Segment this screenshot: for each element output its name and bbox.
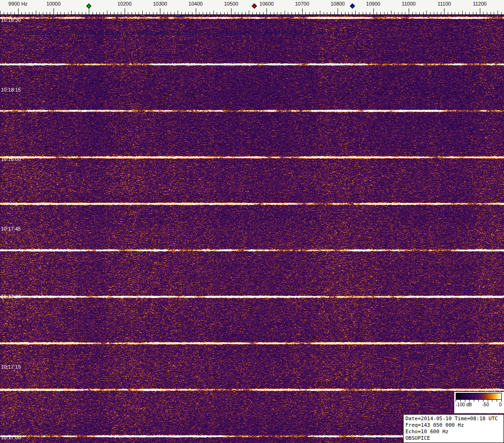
- ruler-tick: [497, 11, 498, 14]
- ruler-tick: [14, 12, 15, 14]
- ruler-tick: [242, 12, 242, 14]
- ruler-tick: [473, 12, 473, 14]
- ruler-tick: [43, 12, 43, 14]
- ruler-tick: [245, 12, 246, 14]
- ruler-tick: [476, 12, 477, 14]
- ruler-tick: [277, 12, 278, 14]
- ruler-tick: [160, 8, 160, 14]
- colorbar-gradient: [456, 393, 502, 400]
- ruler-freq-label: 10700: [295, 1, 310, 7]
- ruler-tick: [462, 11, 463, 14]
- ruler-tick: [387, 12, 388, 14]
- ruler-tick: [426, 11, 427, 14]
- ruler-tick: [327, 12, 327, 14]
- ruler-tick: [235, 12, 235, 14]
- ruler-tick: [46, 12, 47, 14]
- red-marker-diamond-icon[interactable]: [252, 3, 257, 8]
- ruler-tick: [451, 12, 452, 14]
- ruler-tick: [60, 12, 61, 14]
- ruler-tick: [384, 12, 385, 14]
- ruler-tick: [416, 12, 416, 14]
- ruler-tick: [448, 12, 448, 14]
- ruler-tick: [18, 8, 19, 14]
- detection-annotation-offset: ^t+24: [22, 41, 324, 47]
- ruler-tick: [96, 12, 97, 14]
- ruler-tick: [288, 12, 288, 14]
- ruler-tick: [21, 12, 22, 14]
- spectrogram-canvas[interactable]: [0, 15, 504, 443]
- ruler-tick: [430, 12, 431, 14]
- ruler-tick: [402, 12, 402, 14]
- ruler-tick: [135, 12, 136, 14]
- ruler-freq-label: 10900: [366, 1, 380, 7]
- info-box: Date=2014-05-10 Time=08:18 UTC Freq=143 …: [403, 414, 504, 443]
- ruler-tick: [324, 12, 324, 14]
- blue-marker-diamond-icon[interactable]: [350, 3, 355, 8]
- ruler-tick: [249, 11, 249, 14]
- ruler-tick: [266, 8, 267, 14]
- ruler-tick: [217, 12, 217, 14]
- ruler-tick: [82, 12, 82, 14]
- ruler-tick: [331, 12, 331, 14]
- time-label: 10:17:45: [1, 226, 21, 231]
- ruler-tick: [57, 12, 58, 14]
- ruler-tick: [64, 12, 65, 14]
- ruler-tick: [359, 12, 359, 14]
- ruler-freq-label: 11200: [473, 1, 487, 7]
- ruler-tick: [380, 12, 381, 14]
- info-line-date: Date=2014-05-10 Time=08:18 UTC: [405, 416, 502, 422]
- ruler-tick: [157, 12, 157, 14]
- ruler-tick: [295, 12, 296, 14]
- ruler-tick: [345, 12, 345, 14]
- ruler-tick: [199, 12, 199, 14]
- time-label: 10:18:00: [1, 156, 21, 162]
- ruler-freq-label: 10300: [153, 1, 167, 7]
- ruler-tick: [316, 12, 317, 14]
- ruler-tick: [487, 12, 487, 14]
- green-marker-diamond-icon[interactable]: [86, 3, 92, 8]
- ruler-tick: [501, 12, 502, 14]
- ruler-tick: [270, 12, 271, 14]
- ruler-tick: [338, 8, 338, 14]
- ruler-tick: [103, 12, 104, 14]
- ruler-freq-label: 10600: [259, 1, 274, 7]
- ruler-tick: [444, 8, 444, 14]
- colorbar-legend: -100 dB -50 0: [454, 392, 504, 413]
- ruler-tick: [114, 12, 114, 14]
- ruler-tick: [398, 12, 398, 14]
- ruler-tick: [71, 11, 72, 14]
- colorbar-label-min: -100 dB: [456, 402, 472, 407]
- ruler-tick: [231, 8, 232, 14]
- ruler-tick: [68, 12, 68, 14]
- ruler-freq-label: 10200: [118, 1, 132, 7]
- colorbar-labels: -100 dB -50 0: [456, 402, 502, 407]
- ruler-tick: [292, 12, 292, 14]
- ruler-tick: [409, 8, 409, 14]
- ruler-tick: [405, 12, 405, 14]
- ruler-tick: [458, 12, 459, 14]
- ruler-tick: [164, 12, 164, 14]
- ruler-tick: [274, 12, 274, 14]
- ruler-tick: [75, 12, 75, 14]
- info-line-station: OBSUPICE: [405, 435, 502, 442]
- ruler-tick: [29, 12, 29, 14]
- ruler-tick: [355, 11, 356, 14]
- info-line-freq: Freq=143 050 000 Hz: [405, 422, 502, 429]
- frequency-ruler[interactable]: 9900 Hz100001020010300104001050010600107…: [0, 0, 504, 15]
- ruler-tick: [220, 12, 221, 14]
- ruler-tick: [366, 12, 366, 14]
- ruler-tick: [480, 8, 480, 14]
- ruler-tick: [36, 11, 36, 14]
- ruler-tick: [227, 12, 228, 14]
- time-label: 10:17:00: [1, 435, 21, 440]
- ruler-tick: [178, 11, 178, 14]
- ruler-tick: [259, 12, 260, 14]
- ruler-tick: [196, 8, 196, 14]
- ruler-tick: [118, 12, 118, 14]
- ruler-tick: [192, 12, 192, 14]
- ruler-tick: [423, 12, 424, 14]
- spectrogram-app: 9900 Hz100001020010300104001050010600107…: [0, 0, 504, 443]
- ruler-tick: [99, 12, 100, 14]
- ruler-freq-label: 11000: [402, 1, 416, 7]
- ruler-tick: [352, 12, 352, 14]
